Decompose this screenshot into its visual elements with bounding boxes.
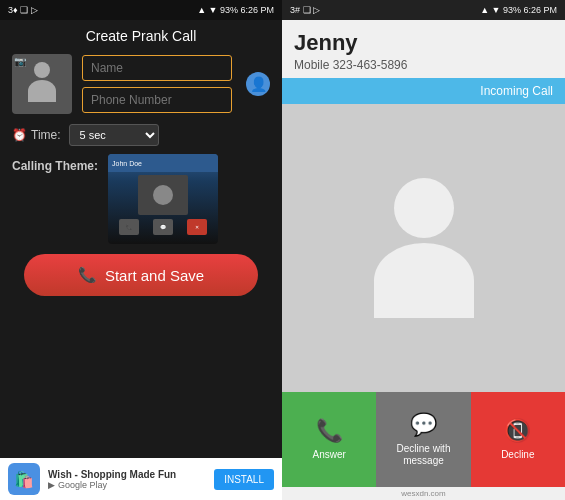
avatar-area	[282, 104, 565, 392]
preview-name: John Doe	[112, 160, 142, 167]
message-icon: 💬	[410, 412, 437, 438]
install-button[interactable]: INSTALL	[214, 469, 274, 490]
ad-title: Wish - Shopping Made Fun	[48, 469, 206, 480]
ad-text-col: Wish - Shopping Made Fun ▶ Google Play	[48, 469, 206, 490]
avatar-body	[374, 243, 474, 318]
ad-sub: ▶ Google Play	[48, 480, 206, 490]
theme-preview-image	[138, 175, 188, 215]
decline-icon: 📵	[504, 418, 531, 444]
call-actions: 📞 Answer 💬 Decline with message 📵 Declin…	[282, 392, 565, 487]
phone-icon: 📞	[78, 266, 97, 284]
wish-icon: 🛍️	[14, 470, 34, 489]
camera-icon: 📷	[14, 56, 26, 67]
start-save-button[interactable]: 📞 Start and Save	[24, 254, 258, 296]
theme-section: Calling Theme: John Doe 📞 💬 ✕	[12, 154, 270, 244]
preview-btn-3: ✕	[187, 219, 207, 235]
decline-message-button[interactable]: 💬 Decline with message	[376, 392, 470, 487]
google-play-icon: ▶	[48, 480, 55, 490]
theme-preview[interactable]: John Doe 📞 💬 ✕	[108, 154, 218, 244]
person-head	[34, 62, 50, 78]
status-right-left: 3# ❑ ▷	[290, 5, 320, 15]
answer-label: Answer	[312, 449, 345, 461]
caller-name: Jenny	[294, 30, 553, 56]
preview-btn-1: 📞	[119, 219, 139, 235]
app-title: Create Prank Call	[0, 20, 282, 54]
theme-label: Calling Theme:	[12, 154, 98, 173]
theme-preview-header: John Doe	[108, 154, 218, 172]
answer-button[interactable]: 📞 Answer	[282, 392, 376, 487]
status-right-right: ▲ ▼ 93% 6:26 PM	[480, 5, 557, 15]
person-body	[28, 80, 56, 102]
status-bar-left: 3♦ ❑ ▷ ▲ ▼ 93% 6:26 PM	[0, 0, 282, 20]
contact-icon[interactable]: 👤	[246, 72, 270, 96]
ad-logo: 🛍️	[8, 463, 40, 495]
avatar-head	[394, 178, 454, 238]
person-silhouette	[25, 62, 60, 107]
ad-bar: 🛍️ Wish - Shopping Made Fun ▶ Google Pla…	[0, 458, 282, 500]
time-select[interactable]: 5 sec 10 sec 15 sec 30 sec	[69, 124, 159, 146]
form-area: 📷 👤 ⏰ Time: 5 sec 10 sec 15 sec	[0, 54, 282, 458]
status-right-icons: ▲ ▼ 93% 6:26 PM	[197, 5, 274, 15]
photo-placeholder[interactable]: 📷	[12, 54, 72, 114]
avatar-silhouette	[374, 178, 474, 318]
decline-message-label: Decline with message	[376, 443, 470, 467]
caller-number: Mobile 323-463-5896	[294, 58, 553, 72]
time-row: ⏰ Time: 5 sec 10 sec 15 sec 30 sec	[12, 124, 270, 146]
phone-input[interactable]	[82, 87, 232, 113]
theme-preview-buttons: 📞 💬 ✕	[108, 217, 218, 237]
incoming-banner: Incoming Call	[282, 78, 565, 104]
left-panel: 3♦ ❑ ▷ ▲ ▼ 93% 6:26 PM Create Prank Call…	[0, 0, 282, 500]
name-phone-col	[82, 55, 232, 113]
right-panel: 3# ❑ ▷ ▲ ▼ 93% 6:26 PM Jenny Mobile 323-…	[282, 0, 565, 500]
start-save-label: Start and Save	[105, 267, 204, 284]
preview-btn-2: 💬	[153, 219, 173, 235]
decline-button[interactable]: 📵 Decline	[471, 392, 565, 487]
status-bar-right: 3# ❑ ▷ ▲ ▼ 93% 6:26 PM	[282, 0, 565, 20]
clock-icon: ⏰	[12, 128, 27, 142]
decline-label: Decline	[501, 449, 534, 461]
status-left-icons: 3♦ ❑ ▷	[8, 5, 38, 15]
time-label: ⏰ Time:	[12, 128, 61, 142]
caller-info: Jenny Mobile 323-463-5896	[282, 20, 565, 78]
answer-icon: 📞	[316, 418, 343, 444]
name-input[interactable]	[82, 55, 232, 81]
photo-row: 📷 👤	[12, 54, 270, 114]
watermark: wesxdn.com	[282, 487, 565, 500]
theme-preview-inner: John Doe 📞 💬 ✕	[108, 154, 218, 244]
